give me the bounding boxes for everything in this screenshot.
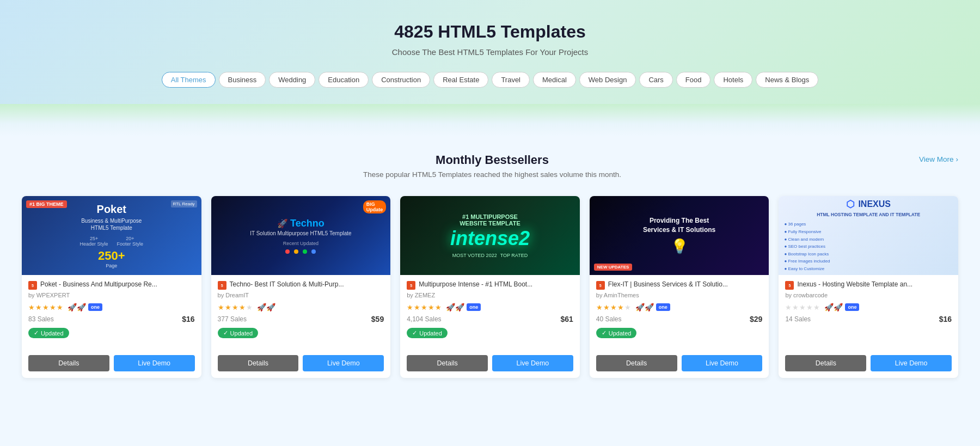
- sales-price-row: 4,104 Sales $61: [407, 315, 573, 323]
- sales-price-row: 14 Sales $16: [785, 315, 952, 323]
- filter-tag-food[interactable]: Food: [676, 72, 711, 88]
- details-button[interactable]: Details: [407, 355, 488, 371]
- view-more-link[interactable]: View More ›: [919, 153, 958, 163]
- updated-badge: ✓ Updated: [596, 328, 637, 338]
- star-filled: ★: [617, 303, 624, 311]
- hero-section: 4825 HTML5 Templates Choose The Best HTM…: [0, 0, 980, 104]
- main-content: Monthly Bestsellers These popular HTML5 …: [0, 137, 980, 400]
- section-title-area: Monthly Bestsellers These popular HTML5 …: [65, 153, 919, 192]
- thumb-desc: Business & MultiPurposeHTML5 Template: [80, 217, 144, 231]
- thumb-icon-row: 🚀 Techno: [250, 218, 351, 229]
- star-filled: ★: [407, 303, 413, 311]
- rocket-badge: 🚀🚀: [446, 303, 464, 311]
- product-name-row: 5 Inexus - Hosting Website Template an..…: [785, 280, 952, 290]
- star-empty: ★: [246, 303, 253, 311]
- filter-tag-all-themes[interactable]: All Themes: [162, 72, 216, 88]
- details-button[interactable]: Details: [785, 355, 866, 371]
- action-buttons: Details Live Demo: [22, 351, 201, 378]
- star-filled: ★: [57, 303, 63, 311]
- sales-price-row: 83 Sales $16: [28, 315, 195, 323]
- filter-tag-construction[interactable]: Construction: [372, 72, 430, 88]
- rocket-badge: 🚀🚀: [68, 303, 86, 311]
- rocket-badge: 🚀🚀: [257, 303, 275, 311]
- section-title: Monthly Bestsellers: [65, 153, 919, 167]
- thumb-big-name: intense2: [450, 229, 530, 248]
- star-filled: ★: [610, 303, 617, 311]
- star-filled: ★: [28, 303, 35, 311]
- live-demo-button[interactable]: Live Demo: [114, 355, 195, 371]
- star-filled: ★: [603, 303, 610, 311]
- thumb-top-label: #1 MULTIPURPOSEWEBSITE TEMPLATE: [450, 213, 530, 227]
- filter-tag-real-estate[interactable]: Real Estate: [433, 72, 488, 88]
- product-name-row: 5 Flex-IT | Business Services & IT Solut…: [596, 280, 763, 290]
- one-badge: one: [467, 303, 481, 311]
- filter-tag-cars[interactable]: Cars: [639, 72, 672, 88]
- product-name: Inexus - Hosting Website Template an...: [797, 280, 952, 289]
- action-buttons: Details Live Demo: [211, 351, 391, 378]
- stars-row: ★★★★★ 🚀🚀 one: [785, 303, 952, 311]
- thumb-big-badge: BIGUpdate: [363, 200, 387, 213]
- product-name: Poket - Business And Multipurpose Re...: [40, 280, 195, 289]
- filter-tag-education[interactable]: Education: [318, 72, 369, 88]
- badges-row: 🚀🚀 one: [824, 303, 859, 311]
- page-subtitle: Choose The Best HTML5 Templates For Your…: [11, 47, 969, 57]
- thumb-stats: 25+Header Style 20+Footer Style: [80, 236, 144, 247]
- filter-tag-wedding[interactable]: Wedding: [269, 72, 315, 88]
- live-demo-button[interactable]: Live Demo: [682, 355, 763, 371]
- thumb-dots: [250, 249, 351, 254]
- live-demo-button[interactable]: Live Demo: [492, 355, 573, 371]
- details-button[interactable]: Details: [218, 355, 299, 371]
- section-header: Monthly Bestsellers These popular HTML5 …: [22, 153, 958, 192]
- product-author: by crowbarcode: [785, 292, 952, 298]
- sales-count: 14 Sales: [785, 315, 811, 323]
- star-filled: ★: [435, 303, 442, 311]
- sales-price-row: 377 Sales $59: [218, 315, 384, 323]
- details-button[interactable]: Details: [596, 355, 677, 371]
- star-empty: ★: [806, 303, 813, 311]
- filter-tag-business[interactable]: Business: [219, 72, 266, 88]
- price: $16: [939, 315, 952, 323]
- product-author: by AminThemes: [596, 292, 763, 298]
- stars-row: ★★★★★ 🚀🚀 one: [596, 303, 763, 311]
- star-empty: ★: [799, 303, 806, 311]
- live-demo-button[interactable]: Live Demo: [871, 355, 952, 371]
- details-button[interactable]: Details: [28, 355, 109, 371]
- star-empty: ★: [813, 303, 820, 311]
- sales-count: 4,104 Sales: [407, 315, 441, 323]
- product-name-row: 5 Poket - Business And Multipurpose Re..…: [28, 280, 195, 290]
- filter-tag-web-design[interactable]: Web Design: [579, 72, 636, 88]
- filter-tag-travel[interactable]: Travel: [492, 72, 530, 88]
- action-buttons: Details Live Demo: [590, 351, 769, 378]
- filter-tag-hotels[interactable]: Hotels: [714, 72, 752, 88]
- product-author: by DreamIT: [218, 292, 384, 298]
- updated-badge: ✓ Updated: [218, 328, 259, 338]
- product-info: 5 Multipurpose Intense - #1 HTML Boot...…: [400, 275, 580, 351]
- filter-tag-medical[interactable]: Medical: [533, 72, 576, 88]
- product-card-inexus: ⬡ INEXUS HTML HOSTING TEMPLATE AND IT TE…: [779, 196, 958, 378]
- action-buttons: Details Live Demo: [779, 351, 958, 378]
- star-filled: ★: [239, 303, 246, 311]
- page-title: 4825 HTML5 Templates: [11, 22, 969, 42]
- sales-count: 40 Sales: [596, 315, 622, 323]
- product-card-intense: #1 MULTIPURPOSEWEBSITE TEMPLATE intense2…: [400, 196, 580, 378]
- html5-icon: 5: [596, 281, 605, 290]
- html5-icon: 5: [218, 281, 226, 290]
- sales-count: 83 Sales: [28, 315, 54, 323]
- html5-icon: 5: [407, 281, 415, 290]
- price: $29: [750, 315, 762, 323]
- stars-row: ★★★★★ 🚀🚀: [218, 303, 384, 311]
- live-demo-button[interactable]: Live Demo: [303, 355, 384, 371]
- thumb-features: ● 36 pages ● Fully Responsive ● Clean an…: [784, 221, 953, 272]
- stars: ★★★★★: [596, 303, 631, 311]
- product-author: by WPEXPERT: [28, 292, 195, 298]
- product-info: 5 Flex-IT | Business Services & IT Solut…: [590, 275, 769, 351]
- section-desc: These popular HTML5 Templates reached th…: [65, 170, 919, 179]
- sales-price-row: 40 Sales $29: [596, 315, 763, 323]
- star-filled: ★: [596, 303, 603, 311]
- stars: ★★★★★: [28, 303, 63, 311]
- price: $61: [560, 315, 573, 323]
- filter-tag-news-blogs[interactable]: News & Blogs: [756, 72, 818, 88]
- product-info: 5 Techno- Best IT Solution & Multi-Purp.…: [211, 275, 391, 351]
- sales-count: 377 Sales: [218, 315, 247, 323]
- products-grid: #1 BIG THEME RTL Ready Poket Business & …: [22, 196, 958, 378]
